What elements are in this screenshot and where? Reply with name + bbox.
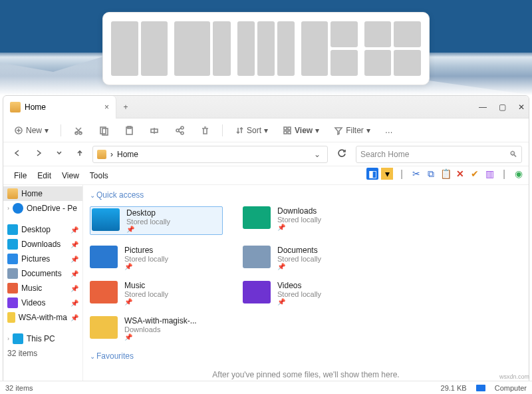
view-button[interactable]: View ▾ (280, 124, 322, 136)
file-explorer-window: Home × + — ▢ ✕ New ▾ Sort ▾ Vie (3, 95, 529, 386)
address-bar[interactable]: › Home ⌄ (92, 146, 328, 163)
home-icon (10, 102, 21, 112)
menu-view[interactable]: View (57, 171, 84, 180)
delete-icon[interactable]: ✕ (454, 168, 466, 180)
search-icon: 🔍︎ (509, 150, 517, 159)
menu-edit[interactable]: Edit (32, 171, 57, 180)
svg-rect-14 (288, 131, 291, 134)
tile-documents[interactable]: DocumentsStored locally📌 (243, 246, 376, 270)
pc-icon (13, 333, 23, 344)
sidebar-item-thispc[interactable]: › This PC (3, 331, 82, 346)
delete-button[interactable] (197, 124, 213, 137)
cut-icon[interactable]: ✂ (410, 168, 422, 180)
sidebar-item-count: 32 items (3, 346, 82, 360)
cut-button[interactable] (70, 124, 86, 137)
group-quick-access[interactable]: ⌄Quick access (90, 188, 522, 202)
sort-button[interactable]: Sort ▾ (232, 124, 271, 136)
more-button[interactable]: … (382, 124, 396, 136)
pin-icon: 📌 (277, 263, 321, 270)
snap-layout-grid-4[interactable] (364, 21, 421, 76)
sidebar-item-documents[interactable]: Documents📌 (3, 266, 82, 281)
folder-icon (243, 206, 271, 229)
pin-icon: 📌 (70, 270, 78, 278)
globe-icon[interactable]: ◉ (513, 168, 525, 180)
tile-wsa-with-magisk-[interactable]: WSA-with-magisk-...Downloads📌 (90, 316, 223, 341)
folder-icon (7, 224, 18, 235)
folder-options-icon[interactable]: ▾ (381, 168, 393, 180)
sidebar-item-desktop[interactable]: Desktop📌 (3, 222, 82, 237)
tile-desktop[interactable]: DesktopStored locally📌 (90, 206, 223, 235)
snap-layout-left-tall[interactable] (301, 21, 358, 76)
group-favourites[interactable]: ⌄Favourites (90, 349, 522, 363)
back-button[interactable] (10, 147, 25, 161)
sidebar-item-wsa-with-ma[interactable]: WSA-with-ma📌 (3, 310, 82, 325)
sidebar-item-onedrive[interactable]: › OneDrive - Pe (3, 201, 82, 216)
folder-icon (7, 239, 18, 250)
sidebar-item-downloads[interactable]: Downloads📌 (3, 237, 82, 252)
menu-tools[interactable]: Tools (84, 171, 114, 180)
up-button[interactable] (72, 147, 87, 161)
svg-rect-12 (288, 127, 291, 130)
paste-icon[interactable]: 📋 (440, 168, 452, 180)
forward-button[interactable] (31, 147, 46, 161)
scissors-icon (73, 125, 84, 136)
pin-icon: 📌 (70, 299, 78, 307)
sidebar-item-videos[interactable]: Videos📌 (3, 296, 82, 310)
rename-icon (149, 125, 160, 136)
folder-icon (90, 246, 118, 268)
pin-icon: 📌 (124, 298, 168, 305)
maximize-button[interactable]: ▢ (499, 102, 506, 112)
svg-rect-13 (284, 131, 287, 134)
filter-button[interactable]: Filter ▾ (331, 124, 373, 136)
tile-downloads[interactable]: DownloadsStored locally📌 (243, 206, 376, 235)
close-window-button[interactable]: ✕ (518, 102, 525, 112)
plus-circle-icon (14, 126, 23, 135)
minimize-button[interactable]: — (479, 102, 487, 112)
snap-layout-split-3[interactable] (237, 21, 294, 76)
menu-file[interactable]: File (9, 171, 32, 180)
watermark: wsxdn.com (499, 373, 529, 380)
copy-icon[interactable]: ⧉ (425, 168, 437, 180)
paste-button[interactable] (121, 124, 137, 137)
sidebar-item-pictures[interactable]: Pictures📌 (3, 252, 82, 266)
search-input[interactable]: Search Home 🔍︎ (356, 146, 522, 163)
status-item-count: 32 items (5, 384, 33, 392)
sort-icon (235, 126, 244, 135)
sidebar-item-home[interactable]: Home (3, 186, 82, 201)
sidebar-item-music[interactable]: Music📌 (3, 281, 82, 296)
new-button[interactable]: New ▾ (11, 124, 51, 136)
pin-icon: 📌 (126, 226, 170, 233)
tab-home[interactable]: Home × (3, 96, 116, 118)
home-icon (7, 188, 18, 199)
new-tab-button[interactable]: + (116, 102, 135, 112)
preview-pane-icon[interactable]: ◧ (366, 168, 378, 180)
chevron-right-icon: › (7, 335, 9, 342)
share-button[interactable] (172, 124, 188, 137)
tab-close-button[interactable]: × (104, 102, 109, 112)
tab-title: Home (25, 102, 46, 112)
chevron-down-icon: ▾ (45, 126, 49, 135)
snap-layouts-popup (102, 12, 430, 85)
computer-icon (476, 385, 485, 391)
tile-videos[interactable]: VideosStored locally📌 (243, 281, 376, 305)
address-row: › Home ⌄ Search Home 🔍︎ (3, 142, 529, 166)
address-dropdown[interactable]: ⌄ (311, 150, 323, 159)
main-content: ⌄Quick access DesktopStored locally📌Down… (83, 185, 529, 385)
tile-music[interactable]: MusicStored locally📌 (90, 281, 223, 305)
breadcrumb-home[interactable]: Home (117, 150, 138, 159)
recent-locations-button[interactable] (53, 147, 66, 161)
folder-icon (7, 297, 18, 308)
nav-buttons (10, 147, 87, 161)
tile-pictures[interactable]: PicturesStored locally📌 (90, 246, 223, 270)
copy-button[interactable] (96, 124, 112, 137)
snap-layout-split-2-wide[interactable] (174, 21, 231, 76)
properties-icon[interactable]: ▥ (483, 168, 495, 180)
rename-button[interactable] (146, 124, 162, 137)
chevron-right-icon: › (7, 205, 9, 212)
pin-icon: 📌 (70, 314, 78, 321)
apply-icon[interactable]: ✔ (469, 168, 481, 180)
refresh-button[interactable] (333, 147, 350, 161)
folder-icon (7, 268, 18, 279)
trash-icon (200, 125, 210, 136)
snap-layout-split-2[interactable] (111, 21, 168, 76)
